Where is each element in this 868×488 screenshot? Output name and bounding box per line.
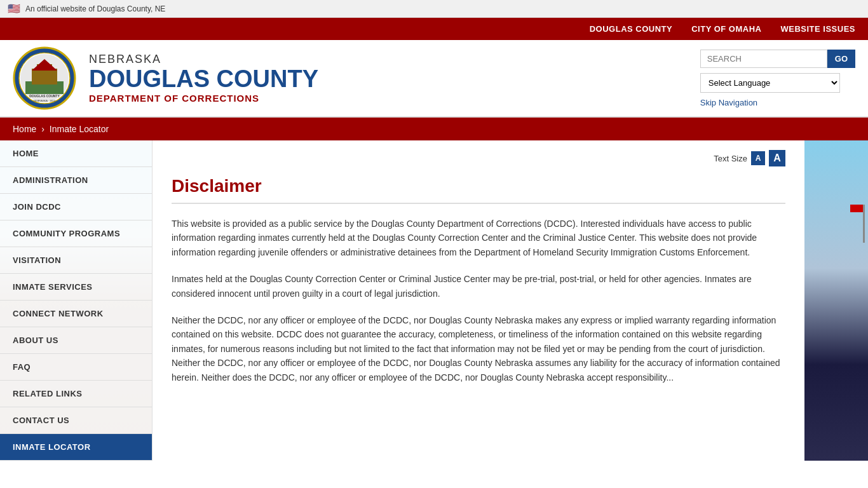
- search-area: GO Select Language Skip Navigation: [700, 50, 855, 107]
- org-name: DOUGLAS COUNTY: [89, 66, 318, 93]
- sidebar-item-about-us[interactable]: ABOUT US: [0, 327, 152, 354]
- content-area: Text Size A A Disclaimer This website is…: [153, 140, 804, 461]
- sidebar-item-inmate-locator[interactable]: INMATE LOCATOR: [0, 434, 152, 461]
- text-size-small-button[interactable]: A: [751, 151, 765, 165]
- content-paragraph-0: This website is provided as a public ser…: [172, 217, 785, 259]
- breadcrumb: Home › Inmate Locator: [0, 118, 868, 140]
- sidebar-item-visitation[interactable]: VISITATION: [0, 247, 152, 274]
- sidebar-item-contact-us[interactable]: CONTACT US: [0, 407, 152, 434]
- city-of-omaha-link[interactable]: CITY OF OMAHA: [691, 24, 761, 34]
- text-size-large-button[interactable]: A: [769, 150, 785, 166]
- breadcrumb-home[interactable]: Home: [13, 124, 36, 134]
- content-paragraph-2: Neither the DCDC, nor any officer or emp…: [172, 313, 785, 384]
- search-button[interactable]: GO: [827, 50, 855, 68]
- sidebar-item-related-links[interactable]: RELATED LINKS: [0, 381, 152, 407]
- nebraska-label: NEBRASKA: [89, 53, 318, 66]
- text-size-row: Text Size A A: [172, 150, 785, 166]
- content-paragraph-1: Inmates held at the Douglas County Corre…: [172, 272, 785, 301]
- breadcrumb-current: Inmate Locator: [50, 124, 109, 134]
- county-seal: DOUGLAS COUNTY NEBRASKA · 1854 · COUNTY …: [13, 46, 76, 110]
- header: DOUGLAS COUNTY NEBRASKA · 1854 · COUNTY …: [0, 40, 868, 118]
- search-input[interactable]: [700, 50, 827, 68]
- text-size-label: Text Size: [714, 154, 747, 163]
- sidebar-item-home[interactable]: HOME: [0, 140, 152, 167]
- main-layout: HOMEADMINISTRATIONJOIN DCDCCOMMUNITY PRO…: [0, 140, 868, 461]
- right-image: [804, 140, 868, 461]
- sidebar-item-connect-network[interactable]: CONNECT NETWORK: [0, 301, 152, 327]
- sidebar-item-join-dcdc[interactable]: JOIN DCDC: [0, 194, 152, 220]
- svg-text:NEBRASKA · 1854: NEBRASKA · 1854: [34, 99, 56, 102]
- official-bar: 🇺🇸 An official website of Douglas County…: [0, 0, 868, 18]
- svg-text:DOUGLAS COUNTY: DOUGLAS COUNTY: [29, 94, 60, 98]
- org-title: NEBRASKA DOUGLAS COUNTY DEPARTMENT OF CO…: [89, 53, 318, 104]
- logo-area: DOUGLAS COUNTY NEBRASKA · 1854 · COUNTY …: [13, 46, 318, 110]
- official-text: An official website of Douglas County, N…: [25, 4, 165, 13]
- flag-icon: 🇺🇸: [8, 3, 20, 15]
- page-title: Disclaimer: [172, 176, 785, 204]
- sidebar-item-inmate-services[interactable]: INMATE SERVICES: [0, 274, 152, 301]
- top-nav-bar: DOUGLAS COUNTY CITY OF OMAHA WEBSITE ISS…: [0, 18, 868, 40]
- sidebar-item-community-programs[interactable]: COMMUNITY PROGRAMS: [0, 220, 152, 247]
- sidebar-item-administration[interactable]: ADMINISTRATION: [0, 167, 152, 194]
- douglas-county-link[interactable]: DOUGLAS COUNTY: [590, 24, 673, 34]
- website-issues-link[interactable]: WEBSITE ISSUES: [780, 24, 855, 34]
- paragraphs-container: This website is provided as a public ser…: [172, 217, 785, 384]
- svg-rect-4: [32, 69, 57, 85]
- sidebar-nav: HOMEADMINISTRATIONJOIN DCDCCOMMUNITY PRO…: [0, 140, 152, 461]
- sidebar-item-faq[interactable]: FAQ: [0, 354, 152, 381]
- search-row: GO: [700, 50, 855, 68]
- breadcrumb-separator: ›: [41, 124, 44, 134]
- skip-navigation-link[interactable]: Skip Navigation: [700, 98, 757, 107]
- sidebar: HOMEADMINISTRATIONJOIN DCDCCOMMUNITY PRO…: [0, 140, 153, 461]
- dept-name: DEPARTMENT OF CORRECTIONS: [89, 93, 318, 104]
- language-select[interactable]: Select Language: [700, 73, 840, 93]
